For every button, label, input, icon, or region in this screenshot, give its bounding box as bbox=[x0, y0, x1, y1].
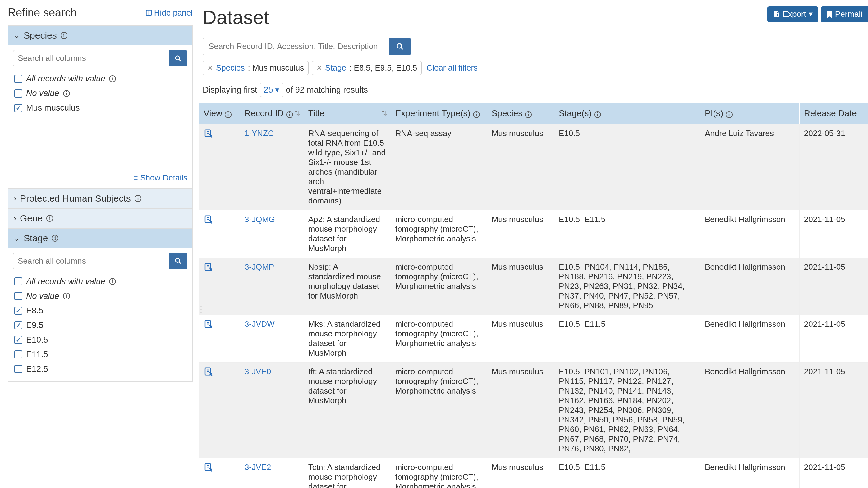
facet-protected-header[interactable]: › Protected Human Subjects i bbox=[8, 189, 192, 208]
cell-stages: E10.5, E11.5 bbox=[554, 210, 700, 258]
info-icon[interactable]: i bbox=[473, 111, 480, 118]
facet-option-label: E12.5 bbox=[26, 364, 48, 374]
col-view[interactable]: View i bbox=[199, 103, 240, 124]
checkbox[interactable] bbox=[14, 75, 22, 83]
chip-remove-icon[interactable]: ✕ bbox=[207, 64, 213, 72]
svg-line-3 bbox=[179, 59, 181, 61]
info-icon[interactable]: i bbox=[61, 32, 67, 39]
col-release-date[interactable]: Release Date bbox=[799, 103, 868, 124]
info-icon[interactable]: i bbox=[286, 111, 293, 118]
checkbox[interactable] bbox=[14, 278, 22, 286]
info-icon[interactable]: i bbox=[525, 111, 532, 118]
search-icon bbox=[175, 55, 182, 62]
main-search-button[interactable] bbox=[389, 38, 411, 55]
cell-pis: Benedikt Hallgrimsson bbox=[700, 362, 799, 458]
view-record-icon[interactable] bbox=[204, 319, 236, 329]
cell-stages: E10.5 bbox=[554, 124, 700, 210]
info-icon[interactable]: i bbox=[46, 215, 53, 222]
facet-option-label: E9.5 bbox=[26, 321, 43, 330]
permalink-button[interactable]: Permali bbox=[821, 6, 868, 22]
facet-option[interactable]: All records with valuei bbox=[13, 71, 187, 86]
cell-release-date: 2022-05-31 bbox=[799, 124, 868, 210]
cell-release-date: 2021-11-05 bbox=[799, 258, 868, 315]
col-pis[interactable]: PI(s) i bbox=[700, 103, 799, 124]
chip-remove-icon[interactable]: ✕ bbox=[316, 64, 322, 72]
facet-species-search[interactable] bbox=[13, 50, 169, 66]
facet-option[interactable]: No valuei bbox=[13, 86, 187, 101]
table-row: 3-JVE2 Tctn: A standardized mouse morpho… bbox=[199, 458, 868, 488]
facet-species-search-button[interactable] bbox=[169, 50, 187, 66]
page-size-dropdown[interactable]: 25 ▾ bbox=[260, 83, 283, 97]
facet-stage-search[interactable] bbox=[13, 253, 169, 269]
chip-key: Species bbox=[216, 63, 245, 73]
info-icon[interactable]: i bbox=[594, 111, 601, 118]
info-icon[interactable]: i bbox=[134, 195, 142, 202]
bookmark-icon bbox=[826, 10, 833, 18]
info-icon[interactable]: i bbox=[63, 90, 70, 97]
checkbox[interactable] bbox=[14, 292, 22, 300]
cell-stages: E10.5, PN104, PN114, PN186, PN188, PN216… bbox=[554, 258, 700, 315]
checkbox[interactable] bbox=[14, 336, 22, 344]
view-record-icon[interactable] bbox=[204, 262, 236, 271]
checkbox[interactable] bbox=[14, 104, 22, 112]
checkbox[interactable] bbox=[14, 350, 22, 358]
facet-option[interactable]: No valuei bbox=[13, 289, 187, 303]
record-id-link[interactable]: 3-JVDW bbox=[245, 319, 275, 329]
resize-handle[interactable]: ⋮ bbox=[196, 307, 206, 311]
export-icon bbox=[773, 10, 780, 18]
col-record-id[interactable]: Record ID i⇅ bbox=[240, 103, 304, 124]
info-icon[interactable]: i bbox=[52, 235, 58, 242]
info-icon[interactable]: i bbox=[109, 278, 116, 285]
checkbox[interactable] bbox=[14, 90, 22, 98]
col-species[interactable]: Species i bbox=[487, 103, 554, 124]
record-id-link[interactable]: 1-YNZC bbox=[245, 129, 274, 138]
facet-option-label: All records with value bbox=[26, 74, 105, 84]
checkbox[interactable] bbox=[14, 321, 22, 329]
info-icon[interactable]: i bbox=[726, 111, 733, 118]
results-suffix: of 92 matching results bbox=[286, 85, 368, 95]
sort-icon[interactable]: ⇅ bbox=[381, 109, 387, 118]
checkbox[interactable] bbox=[14, 306, 22, 315]
facet-stage-search-button[interactable] bbox=[169, 253, 187, 269]
facet-option[interactable]: All records with valuei bbox=[13, 274, 187, 289]
export-button[interactable]: Export ▾ bbox=[767, 6, 818, 22]
info-icon[interactable]: i bbox=[109, 75, 116, 82]
facet-stage-header[interactable]: ⌄ Stage i bbox=[8, 229, 192, 248]
sort-icon[interactable]: ⇅ bbox=[294, 109, 300, 118]
facet-option[interactable]: E12.5 bbox=[13, 362, 187, 377]
cell-species: Mus musculus bbox=[487, 210, 554, 258]
record-id-link[interactable]: 3-JQMP bbox=[245, 262, 274, 271]
show-details-link[interactable]: Show Details bbox=[132, 173, 187, 183]
svg-line-28 bbox=[211, 270, 212, 271]
record-id-link[interactable]: 3-JQMG bbox=[245, 215, 275, 224]
facet-option[interactable]: E8.5 bbox=[13, 303, 187, 318]
hide-panel-link[interactable]: Hide panel bbox=[146, 8, 193, 18]
facet-species-header[interactable]: ⌄ Species i bbox=[8, 26, 192, 45]
view-record-icon[interactable] bbox=[204, 129, 236, 138]
view-record-icon[interactable] bbox=[204, 215, 236, 224]
facet-protected-human-subjects: › Protected Human Subjects i bbox=[8, 189, 193, 208]
facet-gene-header[interactable]: › Gene i bbox=[8, 209, 192, 228]
cell-pis: Benedikt Hallgrimsson bbox=[700, 210, 799, 258]
view-record-icon[interactable] bbox=[204, 462, 236, 472]
facet-option-label: Mus musculus bbox=[26, 103, 80, 113]
col-stages[interactable]: Stage(s) i bbox=[554, 103, 700, 124]
main-search-input[interactable] bbox=[203, 38, 389, 55]
facet-option[interactable]: Mus musculus bbox=[13, 101, 187, 115]
record-id-link[interactable]: 3-JVE0 bbox=[245, 367, 271, 376]
facet-option-label: No value bbox=[26, 89, 59, 98]
svg-line-43 bbox=[211, 470, 212, 471]
info-icon[interactable]: i bbox=[225, 111, 231, 118]
view-record-icon[interactable] bbox=[204, 367, 236, 376]
checkbox[interactable] bbox=[14, 365, 22, 373]
facet-option[interactable]: E10.5 bbox=[13, 333, 187, 347]
record-id-link[interactable]: 3-JVE2 bbox=[245, 462, 271, 472]
facet-option[interactable]: E11.5 bbox=[13, 347, 187, 362]
info-icon[interactable]: i bbox=[63, 293, 70, 299]
col-title[interactable]: Title⇅ bbox=[304, 103, 391, 124]
facet-option[interactable]: E9.5 bbox=[13, 318, 187, 333]
clear-all-filters-link[interactable]: Clear all filters bbox=[426, 63, 478, 73]
table-row: 3-JVDW Mks: A standardized mouse morphol… bbox=[199, 315, 868, 362]
col-exp-types[interactable]: Experiment Type(s) i bbox=[391, 103, 487, 124]
cell-pis: Benedikt Hallgrimsson bbox=[700, 458, 799, 488]
